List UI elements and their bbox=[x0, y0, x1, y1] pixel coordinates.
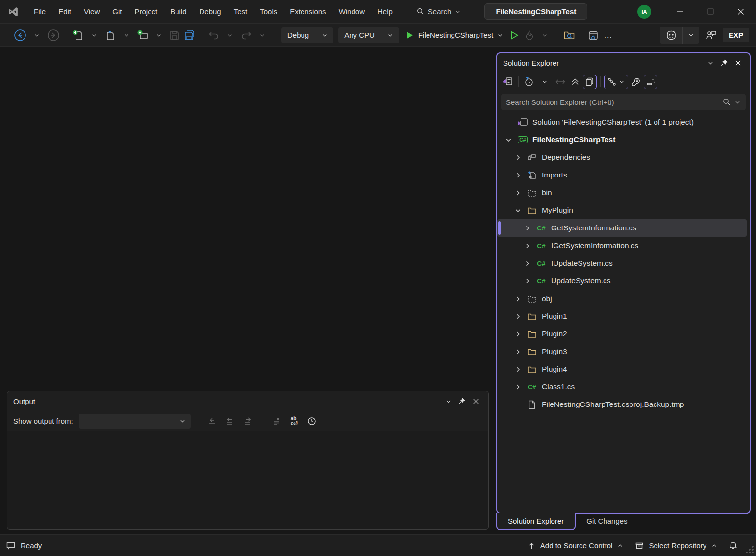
tree-item-imports[interactable]: Imports bbox=[497, 166, 750, 184]
navigate-back-button[interactable] bbox=[12, 27, 28, 43]
undo-button[interactable] bbox=[206, 27, 222, 43]
experimental-badge[interactable]: EXP bbox=[723, 28, 749, 42]
menu-extensions[interactable]: Extensions bbox=[283, 4, 332, 19]
preview-selected-items-button[interactable] bbox=[644, 75, 657, 89]
hot-reload-dropdown[interactable] bbox=[537, 27, 552, 43]
pending-changes-filter-button[interactable] bbox=[522, 75, 536, 89]
start-without-debugging-button[interactable] bbox=[507, 27, 522, 43]
platform-dropdown[interactable]: Any CPU bbox=[338, 27, 399, 43]
open-file-dropdown[interactable] bbox=[119, 27, 134, 43]
expander-right-icon[interactable] bbox=[510, 154, 525, 161]
clear-all-output-button[interactable] bbox=[269, 414, 284, 428]
solution-explorer-position-dropdown[interactable] bbox=[704, 56, 717, 69]
switch-views-button[interactable] bbox=[501, 75, 515, 89]
collapse-all-button[interactable] bbox=[568, 75, 582, 89]
tree-item-dependencies[interactable]: Dependencies bbox=[497, 149, 750, 166]
select-repository-button[interactable]: Select Repository bbox=[629, 535, 723, 556]
tree-item-iupdatesystem-cs[interactable]: C#IUpdateSystem.cs bbox=[497, 254, 750, 272]
toolbar-drag-handle[interactable] bbox=[5, 29, 7, 42]
previous-message-button[interactable] bbox=[223, 414, 237, 428]
menu-file[interactable]: File bbox=[27, 4, 52, 19]
tree-item-igetsysteminformation-cs[interactable]: C#IGetSystemInformation.cs bbox=[497, 237, 750, 254]
properties-button[interactable] bbox=[629, 75, 643, 89]
tab-git-changes[interactable]: Git Changes bbox=[576, 514, 638, 529]
send-feedback-button[interactable] bbox=[703, 27, 720, 43]
tree-item-obj[interactable]: obj bbox=[497, 290, 750, 307]
expander-right-icon[interactable] bbox=[510, 383, 525, 391]
expander-right-icon[interactable] bbox=[510, 366, 525, 373]
solution-explorer-pin-icon[interactable] bbox=[717, 56, 731, 69]
save-all-button[interactable] bbox=[182, 27, 198, 43]
start-debugging-button[interactable]: FileNestingCSharpTest bbox=[402, 27, 507, 43]
notifications-button[interactable] bbox=[723, 535, 743, 556]
menu-build[interactable]: Build bbox=[164, 4, 193, 19]
menu-edit[interactable]: Edit bbox=[52, 4, 77, 19]
add-item-button[interactable] bbox=[135, 27, 151, 43]
toolbar-overflow-button[interactable]: … bbox=[601, 27, 616, 43]
tree-item-updatesystem-cs[interactable]: C#UpdateSystem.cs bbox=[497, 272, 750, 290]
tree-item-getsysteminformation-cs[interactable]: C#GetSystemInformation.cs bbox=[497, 219, 747, 237]
account-avatar[interactable]: IA bbox=[637, 5, 651, 19]
tree-item-plugin4[interactable]: Plugin4 bbox=[497, 360, 750, 378]
output-source-dropdown[interactable] bbox=[79, 414, 191, 429]
redo-dropdown[interactable] bbox=[255, 27, 270, 43]
tree-item-plugin1[interactable]: Plugin1 bbox=[497, 307, 750, 325]
expander-right-icon[interactable] bbox=[510, 295, 525, 303]
menu-tools[interactable]: Tools bbox=[253, 4, 283, 19]
copilot-dropdown[interactable] bbox=[682, 27, 699, 44]
file-nesting-button[interactable] bbox=[604, 75, 628, 89]
solution-explorer-search-input[interactable] bbox=[506, 98, 719, 106]
tree-item-bin[interactable]: bin bbox=[497, 184, 750, 202]
next-message-button[interactable] bbox=[240, 414, 255, 428]
expander-down-icon[interactable] bbox=[510, 207, 525, 214]
new-file-dropdown[interactable] bbox=[87, 27, 101, 43]
expander-right-icon[interactable] bbox=[520, 225, 534, 232]
tree-item-plugin3[interactable]: Plugin3 bbox=[497, 343, 750, 360]
title-search-box[interactable]: Search bbox=[412, 4, 466, 19]
menu-view[interactable]: View bbox=[77, 4, 106, 19]
redo-button[interactable] bbox=[238, 27, 254, 43]
timestamp-button[interactable] bbox=[304, 414, 319, 428]
filter-dropdown[interactable] bbox=[538, 75, 552, 89]
expander-right-icon[interactable] bbox=[510, 330, 525, 338]
output-close-icon[interactable] bbox=[469, 395, 482, 407]
search-options-dropdown[interactable] bbox=[734, 99, 741, 105]
expander-right-icon[interactable] bbox=[510, 189, 525, 197]
sync-with-active-document-button[interactable] bbox=[554, 75, 567, 89]
expander-right-icon[interactable] bbox=[510, 348, 525, 355]
save-button[interactable] bbox=[167, 27, 182, 43]
tree-item-class1-cs[interactable]: C#Class1.cs bbox=[497, 378, 750, 396]
resize-grip[interactable] bbox=[746, 545, 754, 553]
copilot-button[interactable] bbox=[660, 27, 682, 44]
open-file-button[interactable] bbox=[102, 27, 118, 43]
close-button[interactable] bbox=[726, 0, 756, 24]
expander-right-icon[interactable] bbox=[510, 172, 525, 179]
toggle-word-wrap-button[interactable]: abc⏎ bbox=[287, 414, 302, 428]
navigate-back-dropdown[interactable] bbox=[29, 27, 44, 43]
output-pin-icon[interactable] bbox=[455, 395, 469, 407]
menu-debug[interactable]: Debug bbox=[193, 4, 227, 19]
expander-right-icon[interactable] bbox=[520, 278, 534, 285]
find-in-files-button[interactable] bbox=[561, 27, 577, 43]
find-message-in-code-button[interactable] bbox=[205, 414, 220, 428]
maximize-button[interactable] bbox=[695, 0, 726, 24]
configuration-dropdown[interactable]: Debug bbox=[281, 27, 333, 43]
expander-down-icon[interactable] bbox=[501, 136, 516, 144]
add-to-source-control-button[interactable]: Add to Source Control bbox=[522, 535, 630, 556]
solution-explorer-close-icon[interactable] bbox=[731, 56, 745, 69]
solution-explorer-search-box[interactable] bbox=[501, 94, 746, 110]
start-window-button[interactable] bbox=[585, 27, 601, 43]
hot-reload-button[interactable] bbox=[522, 27, 536, 43]
expander-right-icon[interactable] bbox=[520, 242, 534, 250]
menu-git[interactable]: Git bbox=[106, 4, 128, 19]
menu-help[interactable]: Help bbox=[371, 4, 399, 19]
tab-solution-explorer[interactable]: Solution Explorer bbox=[496, 513, 576, 530]
minimize-button[interactable] bbox=[665, 0, 695, 24]
navigate-forward-button[interactable] bbox=[45, 27, 62, 43]
tree-item-plugin2[interactable]: Plugin2 bbox=[497, 325, 750, 343]
expander-right-icon[interactable] bbox=[510, 313, 525, 320]
undo-dropdown[interactable] bbox=[223, 27, 237, 43]
show-all-files-button[interactable] bbox=[583, 75, 597, 89]
new-file-button[interactable] bbox=[70, 27, 86, 43]
output-log-area[interactable] bbox=[7, 431, 488, 529]
